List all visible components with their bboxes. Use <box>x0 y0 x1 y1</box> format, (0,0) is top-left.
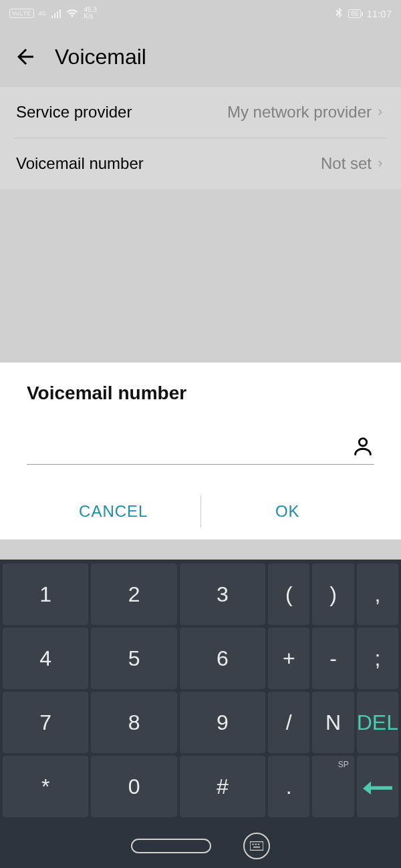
key-4[interactable]: 4 <box>3 628 88 689</box>
key-slash[interactable]: / <box>268 692 309 753</box>
key-3[interactable]: 3 <box>180 564 265 625</box>
voicemail-number-label: Voicemail number <box>16 154 144 173</box>
key-n[interactable]: N <box>312 692 354 753</box>
dialog-title: Voicemail number <box>27 383 374 404</box>
key-8[interactable]: 8 <box>91 692 176 753</box>
bluetooth-icon <box>335 7 343 20</box>
contact-picker-icon[interactable] <box>352 435 374 457</box>
svg-rect-4 <box>258 844 260 845</box>
voicemail-number-dialog: Voicemail number CANCEL OK <box>0 363 401 539</box>
svg-point-0 <box>359 439 366 446</box>
content-background <box>0 189 401 363</box>
key-5[interactable]: 5 <box>91 628 176 689</box>
voicemail-number-row[interactable]: Voicemail number Not set <box>13 138 388 189</box>
wifi-icon <box>66 8 78 19</box>
key-del[interactable]: DEL <box>357 692 398 753</box>
key-0[interactable]: 0 <box>91 756 176 817</box>
status-left: VoLTE 4G 45.3K/s <box>9 7 97 20</box>
battery-icon: 86 <box>348 9 361 18</box>
status-bar: VoLTE 4G 45.3K/s 86 11:07 <box>0 0 401 27</box>
cancel-button[interactable]: CANCEL <box>27 495 200 527</box>
key-space[interactable]: SP <box>312 756 354 817</box>
volte-icon: VoLTE <box>9 9 34 18</box>
voicemail-number-value: Not set <box>321 154 385 173</box>
page-title: Voicemail <box>55 45 146 69</box>
key-hash[interactable]: # <box>180 756 265 817</box>
key-semicolon[interactable]: ; <box>357 628 398 689</box>
key-comma[interactable]: , <box>357 564 398 625</box>
clock: 11:07 <box>366 8 392 19</box>
service-provider-row[interactable]: Service provider My network provider <box>0 87 401 138</box>
enter-icon <box>363 777 392 797</box>
back-button[interactable] <box>13 45 37 69</box>
key-7[interactable]: 7 <box>3 692 88 753</box>
key-9[interactable]: 9 <box>180 692 265 753</box>
nav-bar <box>0 824 401 868</box>
key-star[interactable]: * <box>3 756 88 817</box>
svg-rect-2 <box>252 844 254 845</box>
key-1[interactable]: 1 <box>3 564 88 625</box>
key-minus[interactable]: - <box>312 628 354 689</box>
key-close-paren[interactable]: ) <box>312 564 354 625</box>
service-provider-value: My network provider <box>227 103 385 122</box>
key-plus[interactable]: + <box>268 628 309 689</box>
key-6[interactable]: 6 <box>180 628 265 689</box>
settings-list: Service provider My network provider Voi… <box>0 87 401 189</box>
chevron-right-icon <box>376 107 385 117</box>
key-open-paren[interactable]: ( <box>268 564 309 625</box>
voicemail-number-input[interactable] <box>27 435 344 457</box>
svg-rect-1 <box>250 841 263 850</box>
dialog-buttons: CANCEL OK <box>27 495 374 527</box>
key-dot[interactable]: . <box>268 756 309 817</box>
input-row <box>27 435 374 465</box>
app-bar: Voicemail <box>0 27 401 87</box>
service-provider-label: Service provider <box>16 103 132 122</box>
ime-switch-button[interactable] <box>243 833 270 859</box>
gap <box>0 539 401 560</box>
status-right: 86 11:07 <box>335 7 392 20</box>
key-2[interactable]: 2 <box>91 564 176 625</box>
svg-rect-5 <box>253 847 260 848</box>
keyboard-icon <box>250 841 263 851</box>
network-gen: 4G <box>38 10 46 17</box>
chevron-right-icon <box>376 159 385 168</box>
home-button[interactable] <box>131 839 211 853</box>
ok-button[interactable]: OK <box>200 495 375 527</box>
key-enter[interactable] <box>357 756 398 817</box>
signal-icon <box>51 9 61 18</box>
sp-label: SP <box>338 760 349 769</box>
keyboard: 1 2 3 ( ) , 4 5 6 + - ; 7 8 9 / N DEL * … <box>0 560 401 824</box>
net-rate: 45.3K/s <box>84 7 96 20</box>
svg-rect-3 <box>255 844 257 845</box>
